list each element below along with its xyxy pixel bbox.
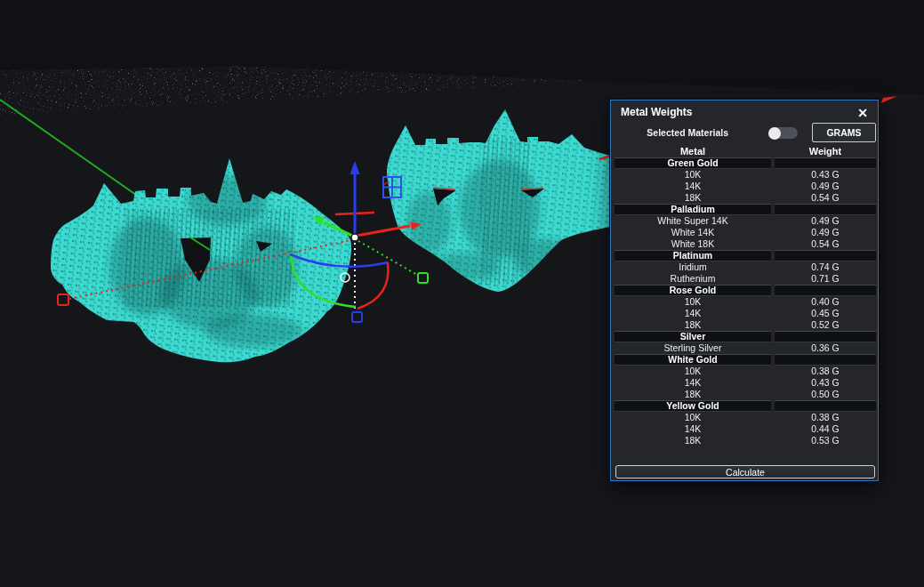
- metal-weight-value: 0.40 G: [775, 296, 876, 308]
- metal-name: 18K: [615, 389, 771, 400]
- metal-weight-value: 0.43 G: [775, 169, 876, 181]
- metal-name: 14K: [615, 423, 771, 435]
- close-icon[interactable]: ✕: [854, 104, 872, 122]
- metal-row: 18K0.50 G: [611, 389, 880, 400]
- metal-weight-value: 0.71 G: [775, 273, 876, 285]
- metal-group-header[interactable]: Silver: [615, 331, 771, 342]
- metal-weight-value: 0.43 G: [775, 377, 876, 389]
- metal-row: White 18K0.54 G: [611, 238, 880, 250]
- rotate-x-arc[interactable]: [358, 262, 389, 309]
- metal-row: 14K0.44 G: [611, 423, 880, 435]
- metal-weight-value: 0.36 G: [775, 342, 876, 354]
- metal-row: 10K0.38 G: [611, 366, 880, 377]
- metal-weight-value: 0.44 G: [775, 423, 876, 435]
- toggle-knob: [768, 127, 781, 140]
- x-axis-sliver-top-right: [881, 96, 897, 103]
- metal-name: Sterling Silver: [615, 342, 771, 354]
- metal-group-weight-cell[interactable]: [775, 157, 876, 169]
- z-scale-handle[interactable]: [352, 312, 362, 322]
- metal-name: 18K: [615, 192, 771, 204]
- metal-weight-value: 0.52 G: [775, 319, 876, 331]
- metal-row: 10K0.38 G: [611, 412, 880, 423]
- metal-group-row: Yellow Gold: [611, 400, 880, 412]
- metal-group-header[interactable]: Green Gold: [615, 157, 771, 169]
- y-scale-handle[interactable]: [418, 273, 428, 283]
- metal-row: 14K0.49 G: [611, 181, 880, 192]
- metal-row: 18K0.52 G: [611, 319, 880, 331]
- metal-name: White 14K: [615, 227, 771, 238]
- metal-group-header[interactable]: Yellow Gold: [615, 400, 771, 412]
- metal-group-weight-cell[interactable]: [775, 250, 876, 261]
- unit-button[interactable]: GRAMS: [812, 123, 876, 142]
- metal-table: Green Gold10K0.43 G14K0.49 G18K0.54 GPal…: [611, 157, 880, 446]
- metal-group-row: Silver: [611, 331, 880, 342]
- metal-group-weight-cell[interactable]: [775, 400, 876, 412]
- metal-name: 10K: [615, 169, 771, 181]
- metal-row: White 14K0.49 G: [611, 227, 880, 238]
- metal-group-weight-cell[interactable]: [775, 331, 876, 342]
- metal-weight-value: 0.53 G: [775, 435, 876, 446]
- metal-weight-value: 0.49 G: [775, 215, 876, 227]
- metal-row: 10K0.43 G: [611, 169, 880, 181]
- metal-weight-value: 0.38 G: [775, 366, 876, 377]
- metal-row: 14K0.45 G: [611, 308, 880, 319]
- metal-name: Ruthenium: [615, 273, 771, 285]
- metal-name: 10K: [615, 366, 771, 377]
- metal-row: Ruthenium0.71 G: [611, 273, 880, 285]
- metal-name: White 18K: [615, 238, 771, 250]
- metal-group-row: Platinum: [611, 250, 880, 261]
- x-scale-handle[interactable]: [58, 294, 68, 305]
- metal-name: 18K: [615, 319, 771, 331]
- metal-row: 18K0.54 G: [611, 192, 880, 204]
- z-axis-arrow[interactable]: [350, 161, 360, 237]
- panel-title: Metal Weights: [621, 106, 692, 118]
- metal-weight-value: 0.49 G: [775, 227, 876, 238]
- selected-materials-label: Selected Materials: [647, 127, 728, 138]
- metal-weight-value: 0.50 G: [775, 389, 876, 400]
- metal-name: 10K: [615, 296, 771, 308]
- metal-row: 18K0.53 G: [611, 435, 880, 446]
- metal-group-row: Rose Gold: [611, 285, 880, 296]
- metal-row: Sterling Silver0.36 G: [611, 342, 880, 354]
- metal-weight-value: 0.38 G: [775, 412, 876, 423]
- metal-weights-panel: Metal Weights ✕ Selected Materials GRAMS…: [610, 100, 879, 481]
- metal-name: 10K: [615, 412, 771, 423]
- metal-name: White Super 14K: [615, 215, 771, 227]
- selected-materials-toggle[interactable]: [768, 127, 798, 139]
- viewport[interactable]: Metal Weights ✕ Selected Materials GRAMS…: [0, 0, 924, 587]
- metal-row: Iridium0.74 G: [611, 261, 880, 273]
- column-header-weight: Weight: [775, 146, 876, 157]
- column-header-metal: Metal: [615, 146, 771, 157]
- metal-group-row: Green Gold: [611, 157, 880, 169]
- metal-group-header[interactable]: Palladium: [615, 204, 771, 215]
- metal-group-header[interactable]: Platinum: [615, 250, 771, 261]
- metal-name: 14K: [615, 181, 771, 192]
- world-y-axis-line: [0, 100, 142, 199]
- metal-row: 10K0.40 G: [611, 296, 880, 308]
- metal-group-weight-cell[interactable]: [775, 204, 876, 215]
- metal-row: 14K0.43 G: [611, 377, 880, 389]
- metal-weight-value: 0.54 G: [775, 192, 876, 204]
- metal-group-header[interactable]: Rose Gold: [615, 285, 771, 296]
- metal-name: 18K: [615, 435, 771, 446]
- mesh-object-right[interactable]: [382, 102, 631, 298]
- metal-group-weight-cell[interactable]: [775, 285, 876, 296]
- metal-group-header[interactable]: White Gold: [615, 354, 771, 366]
- metal-name: Iridium: [615, 261, 771, 273]
- calculate-button[interactable]: Calculate: [615, 465, 875, 478]
- metal-weight-value: 0.49 G: [775, 181, 876, 192]
- metal-weight-value: 0.45 G: [775, 308, 876, 319]
- metal-name: 14K: [615, 308, 771, 319]
- metal-row: White Super 14K0.49 G: [611, 215, 880, 227]
- metal-group-row: White Gold: [611, 354, 880, 366]
- gumball-origin-handle[interactable]: [351, 234, 358, 241]
- metal-name: 14K: [615, 377, 771, 389]
- metal-group-weight-cell[interactable]: [775, 354, 876, 366]
- metal-weight-value: 0.74 G: [775, 261, 876, 273]
- metal-group-row: Palladium: [611, 204, 880, 215]
- metal-weight-value: 0.54 G: [775, 238, 876, 250]
